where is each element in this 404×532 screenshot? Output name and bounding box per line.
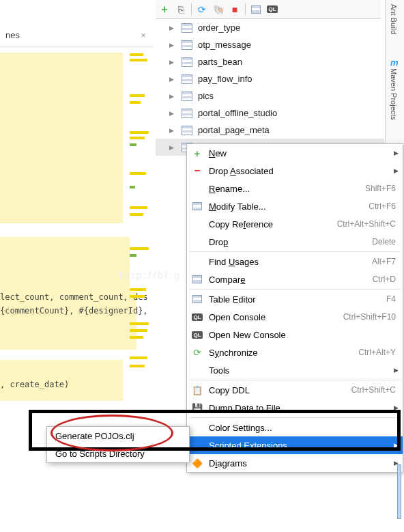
menu-item-diagrams[interactable]: 🔶Diagrams▶ [187,454,403,472]
menu-item-label: Dump Data to File [209,403,396,413]
expand-icon[interactable]: ▶ [169,127,176,134]
database-tree[interactable]: ▶order_type▶otp_message▶parts_bean▶pay_f… [156,19,384,156]
tree-item-portal-page-meta[interactable]: ▶portal_page_meta [156,122,384,139]
table-icon [182,126,192,135]
menu-separator [190,289,400,290]
menu-item-label: Open Console [209,312,338,322]
menu-item-find-usages[interactable]: Find UsagesAlt+F7 [187,253,403,270]
vertical-scrollbar[interactable] [397,464,401,519]
menu-item-color-settings[interactable]: Color Settings... [187,419,403,436]
menu-item-open-new-console[interactable]: QLOpen New Console [187,326,403,344]
run-icon[interactable]: 🐚 [212,3,225,16]
expand-icon[interactable]: ▶ [169,25,176,31]
ql-icon: QL [191,328,203,341]
menu-item-new[interactable]: +New▶ [187,144,403,162]
menu-item-table-editor[interactable]: Table EditorF4 [187,290,403,308]
menu-item-label: Copy Reference [209,219,332,229]
stop-icon[interactable]: ■ [229,3,241,16]
left-tab-label: nes [0,26,154,46]
code-text: , create_date) [0,380,69,389]
blank-icon [191,218,203,230]
tree-item-label: portal_page_meta [198,125,270,135]
menu-shortcut: Shift+F6 [365,184,396,193]
menu-item-open-console[interactable]: QLOpen ConsoleCtrl+Shift+F10 [187,308,403,326]
scripted-extensions-submenu: Generate POJOs.cljGo to Scripts Director… [46,426,190,463]
blank-icon [191,364,203,376]
submenu-arrow-icon: ▶ [394,167,399,174]
expand-icon[interactable]: ▶ [169,59,176,66]
menu-separator [190,417,400,418]
code-text: lect_count, comment_count, des [0,292,148,302]
submenu-arrow-icon: ▶ [394,404,399,411]
menu-item-dump-data[interactable]: 💾Dump Data to File▶ [187,399,403,417]
expand-icon[interactable]: ▶ [169,93,176,100]
table-icon[interactable] [250,3,262,16]
menu-item-label: New [209,148,396,158]
menu-item-label: Find Usages [209,257,366,267]
expand-icon[interactable]: ▶ [169,110,176,117]
menu-item-drop[interactable]: DropDelete [187,233,403,251]
menu-shortcut: F4 [386,294,396,304]
menu-shortcut: Ctrl+F6 [369,201,396,211]
menu-item-tools[interactable]: Tools▶ [187,361,403,379]
db-toolbar: + ⎘ ⟳ 🐚 ■ QL [156,0,381,19]
tree-item-otp-message[interactable]: ▶otp_message [156,36,384,53]
menu-item-label: Compare [209,275,367,285]
code-area[interactable]: lect_count, comment_count, des {commentC… [0,49,123,380]
menu-item-copy-ddl[interactable]: 📋Copy DDLCtrl+Shift+C [187,381,403,399]
tree-item-order-type[interactable]: ▶order_type [156,19,384,36]
expand-icon[interactable]: ▶ [169,144,176,151]
ql-icon: QL [191,311,203,323]
tree-item-label: parts_bean [198,57,242,67]
tree-item-label: pay_flow_info [198,74,252,84]
menu-separator [190,251,400,252]
menu-item-modify-table[interactable]: Modify Table...Ctrl+F6 [187,197,403,215]
maven-projects-tool[interactable]: Maven Projects [390,68,398,120]
table-icon [182,40,192,50]
blank-icon [191,182,203,195]
tree-item-pay-flow-info[interactable]: ▶pay_flow_info [156,70,384,87]
minimap[interactable] [127,49,153,391]
menu-shortcut: Ctrl+Alt+Y [358,348,396,357]
menu-item-label: Table Editor [209,294,381,305]
menu-shortcut: Ctrl+Shift+C [351,385,396,395]
add-icon[interactable]: + [158,3,171,16]
menu-item-rename[interactable]: Rename...Shift+F6 [187,180,403,197]
tree-item-portal-offline-studio[interactable]: ▶portal_offline_studio [156,104,384,122]
menu-item-label: Tools [209,365,396,376]
tree-item-pics[interactable]: ▶pics [156,87,384,104]
copy-icon[interactable]: ⎘ [175,3,187,16]
menu-item-drop-associated[interactable]: −Drop Associated▶ [187,162,403,180]
save-icon: 💾 [191,402,203,414]
tree-item-parts-bean[interactable]: ▶parts_bean [156,53,384,70]
refresh-icon[interactable]: ⟳ [196,3,208,16]
expand-icon[interactable]: ▶ [169,42,176,48]
menu-item-label: Modify Table... [209,201,363,212]
menu-item-label: Synchronize [209,348,353,358]
diagram-icon: 🔶 [191,457,203,469]
menu-item-compare[interactable]: CompareCtrl+D [187,270,403,288]
table-icon [191,200,203,212]
separator [245,3,246,16]
menu-item-label: Copy DDL [209,385,346,395]
menu-item-scripted-extensions[interactable]: Scripted Extensions▶ [187,436,403,454]
menu-item-synchronize[interactable]: ⟳SynchronizeCtrl+Alt+Y [187,344,403,361]
minus-icon: − [191,165,203,177]
highlight-block [0,53,123,223]
ant-build-tool[interactable]: Ant Build [390,4,398,34]
submenu-item-go-to-scripts-directory[interactable]: Go to Scripts Directory [47,445,189,462]
ql-icon[interactable]: QL [266,3,278,16]
tree-item-label: portal_offline_studio [198,108,277,118]
expand-icon[interactable]: ▶ [169,76,176,83]
menu-item-copy-reference[interactable]: Copy ReferenceCtrl+Alt+Shift+C [187,215,403,233]
tree-item-label: order_type [198,23,240,33]
table-icon [182,92,192,101]
table-icon [182,57,192,67]
submenu-arrow-icon: ▶ [394,367,399,374]
close-icon[interactable]: × [137,30,149,42]
sync-icon: ⟳ [191,346,203,359]
menu-item-label: Drop Associated [209,166,396,176]
submenu-item-generate-pojos-clj[interactable]: Generate POJOs.clj [47,427,189,445]
context-menu: +New▶−Drop Associated▶Rename...Shift+F6M… [186,143,403,473]
submenu-arrow-icon: ▶ [394,442,399,449]
